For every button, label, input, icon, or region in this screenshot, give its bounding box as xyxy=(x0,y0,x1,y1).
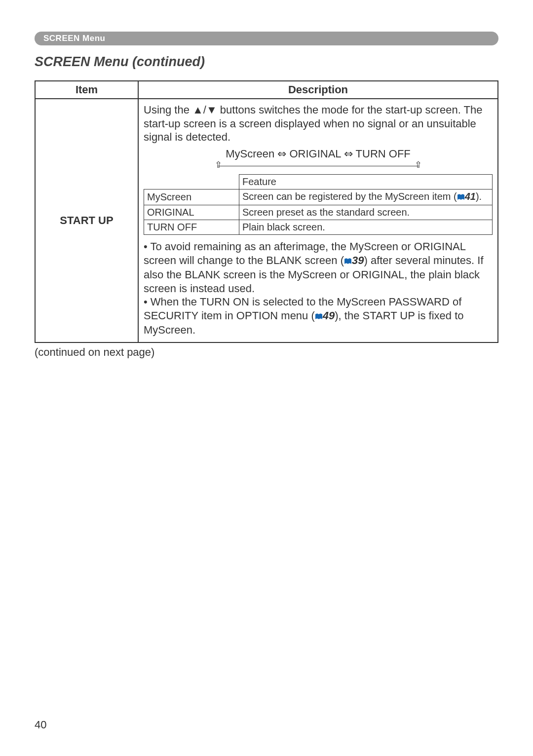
mode-name: ORIGINAL xyxy=(144,205,239,220)
loopback-bar xyxy=(218,166,419,167)
column-header-item: Item xyxy=(35,81,138,99)
cycle-a: MyScreen xyxy=(226,148,274,160)
mode-name: TURN OFF xyxy=(144,220,239,235)
section-title: SCREEN Menu (continued) xyxy=(35,54,498,70)
loopback-arrow-right-icon: ⇧ xyxy=(415,159,422,171)
book-icon xyxy=(457,191,465,204)
intro-before: Using the xyxy=(144,104,192,116)
ref-number: 39 xyxy=(352,254,364,266)
mode-cycle: MyScreen ⇔ ORIGINAL ⇔ TURN OFF ⇧ ⇧ xyxy=(144,147,493,172)
feature-after: ). xyxy=(476,191,482,202)
feature-before: Screen can be registered by the MyScreen… xyxy=(242,191,457,202)
feature-header-cell: Feature xyxy=(239,175,493,189)
banner-text: SCREEN Menu xyxy=(43,34,105,43)
table-row: Feature xyxy=(144,175,493,189)
loopback-arrow-left-icon: ⇧ xyxy=(215,159,222,171)
ref-number: 41 xyxy=(465,191,476,202)
table-row: MyScreen Screen can be registered by the… xyxy=(144,189,493,205)
cycle-b: ORIGINAL xyxy=(289,148,341,160)
intro-paragraph: Using the ▲/▼ buttons switches the mode … xyxy=(144,103,493,144)
feature-blank-cell xyxy=(144,175,239,189)
table-row: ORIGINAL Screen preset as the standard s… xyxy=(144,205,493,220)
item-name-cell: START UP xyxy=(35,99,138,342)
cycle-sep2: ⇔ xyxy=(341,148,356,160)
cycle-sep1: ⇔ xyxy=(274,148,289,160)
banner-header: SCREEN Menu xyxy=(35,32,498,45)
mode-feature: Plain black screen. xyxy=(239,220,493,235)
ref-number: 49 xyxy=(323,309,335,322)
cycle-c: TURN OFF xyxy=(356,148,411,160)
cycle-loopback: ⇧ ⇧ xyxy=(215,160,422,171)
continued-note: (continued on next page) xyxy=(35,346,498,359)
note-2: • When the TURN ON is selected to the My… xyxy=(144,295,493,337)
arrow-buttons-text: ▲/▼ xyxy=(192,104,217,116)
mode-feature: Screen can be registered by the MyScreen… xyxy=(239,189,493,205)
mode-name: MyScreen xyxy=(144,189,239,205)
menu-table: Item Description START UP Using the ▲/▼ … xyxy=(35,80,498,343)
column-header-description: Description xyxy=(138,81,498,99)
cycle-line: MyScreen ⇔ ORIGINAL ⇔ TURN OFF xyxy=(144,147,493,161)
table-row: TURN OFF Plain black screen. xyxy=(144,220,493,235)
page-number: 40 xyxy=(35,718,46,731)
feature-table: Feature MyScreen Screen can be registere… xyxy=(144,174,493,235)
book-icon xyxy=(344,255,352,268)
description-cell: Using the ▲/▼ buttons switches the mode … xyxy=(138,99,498,342)
book-icon xyxy=(315,310,323,324)
mode-feature: Screen preset as the standard screen. xyxy=(239,205,493,220)
note-1: • To avoid remaining as an afterimage, t… xyxy=(144,240,493,295)
